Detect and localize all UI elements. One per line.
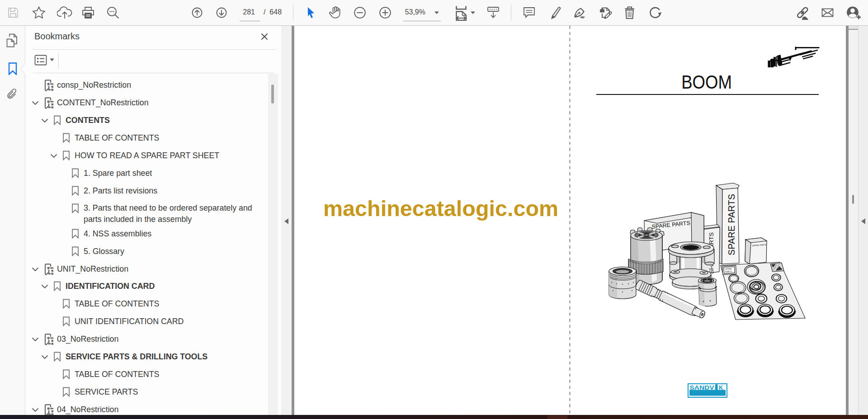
svg-text:SPARE PARTS: SPARE PARTS [726,194,736,255]
svg-text:SANDV: SANDV [690,384,714,391]
svg-text:PARTS: PARTS [725,270,732,273]
svg-text:SPARE: SPARE [725,268,732,270]
svg-text:K: K [719,384,723,391]
svg-text:BOOM: BOOM [681,71,732,92]
